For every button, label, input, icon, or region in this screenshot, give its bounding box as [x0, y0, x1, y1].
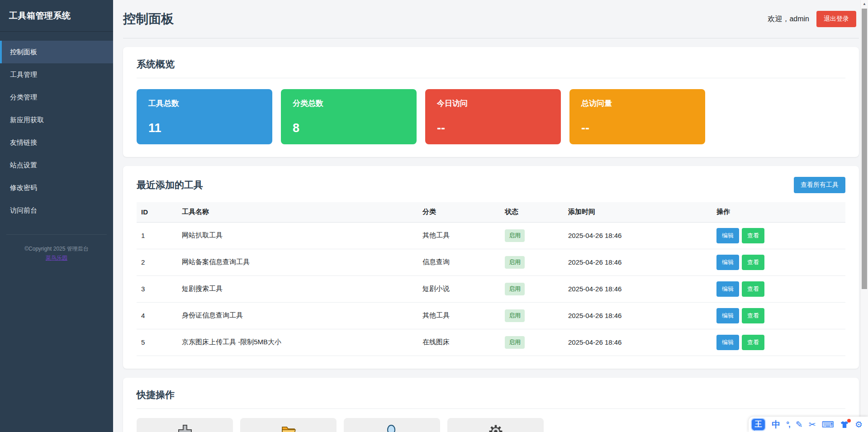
sidebar-item-visit-frontend[interactable]: 访问前台 — [0, 199, 113, 222]
stat-value: 11 — [148, 121, 261, 135]
app-logo-title: 工具箱管理系统 — [0, 0, 113, 32]
view-button[interactable]: 查看 — [742, 335, 764, 350]
scrollbar-thumb[interactable] — [862, 9, 867, 289]
cell-category: 其他工具 — [418, 302, 500, 329]
table-header-row: ID 工具名称 分类 状态 添加时间 操作 — [137, 202, 845, 222]
notification-dot — [847, 419, 851, 423]
ime-punctuation-icon[interactable]: °, — [786, 421, 790, 428]
welcome-text: 欢迎，admin — [768, 14, 809, 24]
stat-card-total-visits: 总访问量 -- — [569, 89, 705, 144]
col-header-status: 状态 — [500, 202, 564, 222]
stat-card-total-tools: 工具总数 11 — [137, 89, 272, 144]
cell-name: 身份证信息查询工具 — [177, 302, 418, 329]
quick-actions-title: 快捷操作 — [137, 389, 845, 401]
cell-added-time: 2025-04-26 18:46 — [564, 329, 712, 356]
cell-category: 信息查询 — [418, 249, 500, 275]
content: 系统概览 工具总数 11 分类总数 8 今日访问 -- 总访问量 -- — [113, 38, 868, 432]
vertical-scrollbar[interactable]: ▲ — [860, 0, 868, 432]
ime-settings-icon[interactable]: ⚙ — [855, 420, 863, 429]
app-title: 工具箱管理系统 — [9, 10, 71, 22]
sidebar-menu: 控制面板 工具管理 分类管理 新应用获取 友情链接 站点设置 修改密码 访问前台 — [0, 41, 113, 222]
cell-name: 网站备案信息查询工具 — [177, 249, 418, 275]
view-all-tools-button[interactable]: 查看所有工具 — [794, 177, 845, 193]
status-badge: 启用 — [505, 336, 525, 349]
stat-label: 总访问量 — [581, 98, 693, 109]
topbar-right: 欢迎，admin 退出登录 — [768, 11, 859, 27]
cell-added-time: 2025-04-26 18:46 — [564, 302, 712, 329]
ime-skin-icon[interactable] — [840, 421, 849, 428]
cell-id: 2 — [137, 249, 177, 275]
stats-row: 工具总数 11 分类总数 8 今日访问 -- 总访问量 -- — [137, 89, 845, 144]
table-row: 2 网站备案信息查询工具 信息查询 启用 2025-04-26 18:46 编辑… — [137, 249, 845, 275]
table-row: 4 身份证信息查询工具 其他工具 启用 2025-04-26 18:46 编辑 … — [137, 302, 845, 329]
col-header-actions: 操作 — [712, 202, 845, 222]
sidebar-item-friend-links[interactable]: 友情链接 — [0, 131, 113, 154]
col-header-id: ID — [137, 202, 177, 222]
cell-category: 其他工具 — [418, 222, 500, 249]
quick-action-search[interactable] — [344, 418, 440, 432]
footer-link[interactable]: 菜鸟乐园 — [46, 254, 67, 262]
cell-name: 京东图床上传工具 -限制5MB大小 — [177, 329, 418, 356]
cell-id: 3 — [137, 275, 177, 302]
col-header-name: 工具名称 — [177, 202, 418, 222]
cell-added-time: 2025-04-26 18:46 — [564, 275, 712, 302]
cell-name: 网站扒取工具 — [177, 222, 418, 249]
overview-title: 系统概览 — [137, 58, 845, 71]
plus-icon — [177, 423, 193, 432]
sidebar: 工具箱管理系统 控制面板 工具管理 分类管理 新应用获取 友情链接 站点设置 修… — [0, 0, 113, 432]
sidebar-item-tool-management[interactable]: 工具管理 — [0, 63, 113, 86]
cell-id: 5 — [137, 329, 177, 356]
view-button[interactable]: 查看 — [742, 281, 764, 297]
cell-id: 4 — [137, 302, 177, 329]
cell-name: 短剧搜索工具 — [177, 275, 418, 302]
edit-button[interactable]: 编辑 — [716, 255, 739, 270]
copyright-text: ©Copyright 2025 管理后台 — [6, 245, 107, 253]
view-button[interactable]: 查看 — [742, 308, 764, 323]
ime-handwriting-icon[interactable]: ✎ — [796, 420, 803, 429]
cell-added-time: 2025-04-26 18:46 — [564, 249, 712, 275]
view-button[interactable]: 查看 — [742, 228, 764, 243]
cell-added-time: 2025-04-26 18:46 — [564, 222, 712, 249]
quick-action-add-tool[interactable] — [137, 418, 233, 432]
sidebar-item-dashboard[interactable]: 控制面板 — [0, 41, 113, 63]
recent-tools-table: ID 工具名称 分类 状态 添加时间 操作 1 网站扒取工具 其他工具 启用 2 — [137, 202, 845, 356]
gear-icon — [488, 423, 504, 432]
stat-value: 8 — [293, 121, 405, 135]
sidebar-item-category-management[interactable]: 分类管理 — [0, 86, 113, 109]
edit-button[interactable]: 编辑 — [716, 308, 739, 323]
view-button[interactable]: 查看 — [742, 255, 764, 270]
col-header-category: 分类 — [418, 202, 500, 222]
sidebar-item-site-settings[interactable]: 站点设置 — [0, 154, 113, 176]
sidebar-item-change-password[interactable]: 修改密码 — [0, 176, 113, 199]
sidebar-footer: ©Copyright 2025 管理后台 菜鸟乐园 — [6, 234, 107, 262]
page-title: 控制面板 — [123, 10, 174, 28]
ime-keyboard-icon[interactable]: ⌨ — [822, 420, 834, 429]
search-icon — [384, 423, 400, 432]
cell-id: 1 — [137, 222, 177, 249]
quick-action-tiles — [137, 418, 845, 432]
stat-value: -- — [581, 121, 693, 135]
ime-logo-icon[interactable]: 王 — [751, 418, 766, 431]
table-row: 1 网站扒取工具 其他工具 启用 2025-04-26 18:46 编辑 查看 — [137, 222, 845, 249]
stat-label: 分类总数 — [293, 98, 405, 109]
sidebar-item-new-app[interactable]: 新应用获取 — [0, 109, 113, 131]
recent-tools-title: 最近添加的工具 — [137, 179, 203, 191]
ime-scissors-icon[interactable]: ✂ — [809, 420, 816, 429]
stat-card-total-categories: 分类总数 8 — [281, 89, 417, 144]
quick-action-categories[interactable] — [240, 418, 337, 432]
edit-button[interactable]: 编辑 — [716, 228, 739, 243]
edit-button[interactable]: 编辑 — [716, 281, 739, 297]
divider — [137, 408, 845, 409]
stat-value: -- — [437, 121, 549, 135]
col-header-added: 添加时间 — [564, 202, 712, 222]
edit-button[interactable]: 编辑 — [716, 335, 739, 350]
status-badge: 启用 — [505, 283, 525, 295]
ime-language-icon[interactable]: 中 — [772, 420, 780, 429]
status-badge: 启用 — [505, 309, 525, 322]
status-badge: 启用 — [505, 256, 525, 269]
scroll-up-arrow-icon[interactable]: ▲ — [861, 0, 868, 8]
main-area: 控制面板 欢迎，admin 退出登录 系统概览 工具总数 11 分类总数 8 今… — [113, 0, 868, 432]
logout-button[interactable]: 退出登录 — [816, 11, 856, 27]
stat-card-today-visits: 今日访问 -- — [425, 89, 561, 144]
quick-action-settings[interactable] — [447, 418, 544, 432]
